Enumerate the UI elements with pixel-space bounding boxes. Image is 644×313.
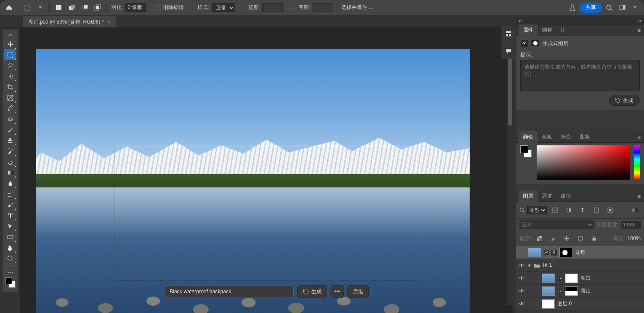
layer-row[interactable]: 👁 湖白 — [516, 272, 644, 285]
sel-intersect-icon[interactable] — [92, 2, 103, 13]
stamp-tool[interactable] — [4, 135, 16, 146]
collapse-icon[interactable] — [5, 32, 16, 39]
group-toggle-icon[interactable]: ▾ — [528, 262, 531, 268]
lasso-tool[interactable] — [4, 60, 16, 71]
hand-tool[interactable] — [4, 242, 16, 253]
layer-thumbnail[interactable] — [528, 248, 541, 257]
chevron-down-icon[interactable] — [629, 2, 641, 13]
color-field[interactable] — [537, 145, 630, 180]
tab-properties[interactable]: 属性 — [519, 24, 538, 36]
sel-subtract-icon[interactable] — [79, 2, 90, 13]
quick-select-tool[interactable] — [4, 71, 16, 81]
blend-mode-select[interactable]: 正常 — [519, 220, 594, 229]
close-icon[interactable]: × — [107, 19, 110, 25]
layer-name[interactable]: 背包 — [575, 249, 641, 256]
tab-libraries[interactable]: 库 — [556, 24, 570, 36]
layer-name[interactable]: 组 1 — [543, 262, 641, 269]
layer-row[interactable]: 👁 图层 0 — [516, 298, 644, 310]
visibility-toggle[interactable]: 👁 — [518, 275, 526, 281]
home-icon[interactable] — [3, 2, 15, 13]
dodge-tool[interactable] — [4, 189, 16, 199]
crop-tool[interactable] — [4, 81, 16, 92]
visibility-toggle[interactable]: 👁 — [518, 262, 526, 268]
filter-kind-select[interactable]: 类型 — [527, 206, 547, 214]
panel-menu-icon[interactable]: ≡ — [634, 27, 644, 33]
marquee-tool[interactable] — [4, 49, 16, 60]
gradient-tool[interactable] — [4, 167, 16, 178]
tab-adjustments[interactable]: 调整 — [538, 24, 556, 36]
fill-value[interactable]: 100% — [627, 235, 641, 241]
tab-paths[interactable]: 路径 — [556, 190, 575, 202]
filter-pixel-icon[interactable] — [550, 205, 561, 216]
panel-menu-icon[interactable]: ≡ — [634, 134, 644, 140]
lock-transparency-icon[interactable] — [534, 233, 545, 244]
tab-color[interactable]: 颜色 — [519, 131, 538, 143]
search-icon[interactable] — [519, 208, 525, 213]
tab-layers[interactable]: 图层 — [519, 190, 538, 202]
back-button[interactable]: 后退 — [347, 285, 369, 298]
more-options-button[interactable]: ••• — [331, 285, 344, 298]
sel-add-icon[interactable] — [66, 2, 77, 13]
comment-icon[interactable] — [503, 45, 514, 57]
blur-tool[interactable] — [4, 178, 16, 189]
layer-row[interactable]: 👁 ▾ 组 1 — [516, 259, 644, 272]
selection-marquee[interactable] — [115, 146, 417, 280]
layer-thumbnail[interactable] — [542, 274, 555, 283]
visibility-toggle[interactable]: 👁 — [518, 288, 526, 294]
layer-thumbnail[interactable] — [542, 286, 555, 296]
generate-button[interactable]: 生成 — [609, 95, 640, 106]
generative-prompt-input[interactable] — [165, 285, 294, 298]
style-select[interactable]: 正常 — [212, 3, 235, 12]
lock-artboard-icon[interactable] — [575, 233, 586, 244]
layer-mask[interactable] — [565, 286, 578, 296]
eraser-tool[interactable] — [4, 156, 16, 167]
chevron-down-icon[interactable] — [35, 2, 46, 13]
layer-mask[interactable] — [559, 248, 572, 257]
document-canvas[interactable]: 生成 ••• 后退 — [36, 49, 470, 313]
sel-new-icon[interactable] — [53, 2, 64, 13]
path-select-tool[interactable] — [4, 221, 16, 232]
filter-type-icon[interactable]: T — [577, 205, 588, 216]
frame-tool[interactable] — [4, 92, 16, 103]
tab-channels[interactable]: 通道 — [538, 190, 556, 202]
visibility-toggle[interactable]: 👁 — [518, 301, 526, 307]
document-tab[interactable]: 湖泊.psd @ 50% (背包, RGB/8) * × — [23, 16, 116, 27]
tab-patterns[interactable]: 图案 — [575, 131, 594, 143]
filter-adjust-icon[interactable] — [563, 205, 574, 216]
edit-toolbar-icon[interactable]: ⋯ — [4, 267, 16, 277]
layer-thumbnail[interactable] — [542, 299, 555, 309]
zoom-tool[interactable] — [4, 253, 16, 264]
layer-row[interactable]: 👁 雪山 — [516, 285, 644, 298]
layer-name[interactable]: 湖白 — [580, 274, 641, 282]
collapse-left-icon[interactable]: ‹‹ — [519, 18, 522, 24]
move-tool[interactable] — [4, 39, 16, 49]
select-and-mask-button[interactable]: 选择并遮住 ... — [341, 4, 373, 11]
layer-mask[interactable] — [565, 274, 578, 283]
foreground-background-swatch[interactable] — [4, 277, 16, 289]
canvas-scrollbar[interactable] — [507, 28, 513, 305]
opacity-value[interactable]: 100% — [621, 221, 641, 229]
prompt-textarea[interactable]: 请描述您要生成的内容，或者随意留空（仅限英语）。 — [520, 60, 640, 91]
visibility-toggle[interactable] — [518, 250, 526, 256]
healing-tool[interactable] — [4, 114, 16, 124]
tab-gradients[interactable]: 渐变 — [556, 131, 575, 143]
rectangle-tool[interactable] — [4, 232, 16, 242]
filter-toggle[interactable] — [629, 205, 641, 216]
pen-tool[interactable] — [4, 199, 16, 210]
collapse-right-icon[interactable]: ›› — [638, 18, 641, 24]
feather-input[interactable] — [125, 3, 146, 12]
hue-slider[interactable] — [634, 145, 640, 180]
tab-swatches[interactable]: 色板 — [538, 131, 556, 143]
layer-name[interactable]: 雪山 — [580, 287, 641, 295]
fg-bg-swatch[interactable] — [520, 145, 533, 158]
search-icon[interactable] — [604, 2, 615, 13]
eyedropper-tool[interactable] — [4, 103, 16, 114]
beaker-icon[interactable] — [567, 2, 578, 13]
marquee-tool-icon[interactable] — [22, 2, 33, 13]
history-brush-tool[interactable] — [4, 146, 16, 156]
lock-position-icon[interactable] — [561, 233, 572, 244]
share-button[interactable]: 共享 — [580, 3, 602, 13]
panel-icon[interactable] — [503, 28, 514, 39]
workspace-icon[interactable] — [617, 2, 628, 13]
brush-tool[interactable] — [4, 124, 16, 135]
